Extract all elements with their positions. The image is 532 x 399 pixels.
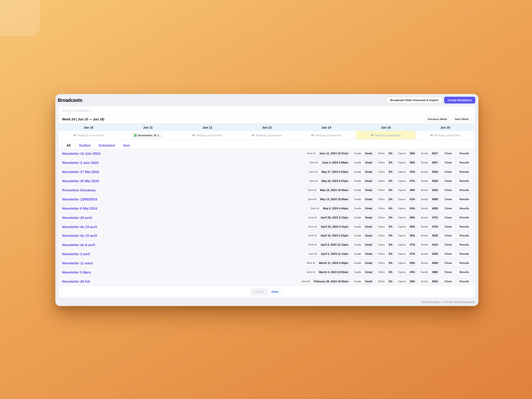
sends-value: 4753	[430, 224, 440, 229]
create-broadcast-button[interactable]: Create Broadcast	[444, 97, 475, 103]
opens-value: 54%	[408, 206, 417, 211]
clone-button[interactable]: Clone	[441, 169, 455, 175]
broadcast-name-link[interactable]: Newsletter du 23 avril	[62, 225, 97, 228]
newer-page-button[interactable]: Newer	[251, 289, 268, 295]
broadcast-name-link[interactable]: Newsletter 13/05/2024	[62, 197, 97, 201]
broadcast-name-link[interactable]: Newsletter 20 Mai 2024	[62, 179, 99, 183]
sent-at-label: Sent At	[305, 270, 317, 274]
scheduled-broadcast-chip[interactable]: ✓ Newsletter 10 J...	[132, 132, 164, 138]
sends-label: Sends	[419, 224, 430, 229]
clicks-label: Clicks	[376, 197, 386, 202]
sends-stat: Sends 4926	[418, 178, 440, 184]
calendar-day-cell[interactable]: Nothing scheduled	[356, 131, 416, 139]
grade-value: Great	[363, 215, 374, 220]
search-input[interactable]	[62, 109, 472, 112]
calendar-day-cell[interactable]: Nothing scheduled	[237, 131, 297, 139]
page-background: Broadcasts Broadcast Stats Overview & Ex…	[0, 0, 532, 399]
clone-button[interactable]: Clone	[441, 224, 455, 229]
grade-stat: Grade Great	[352, 270, 374, 275]
results-button[interactable]: Results	[456, 178, 472, 184]
broadcast-name-link[interactable]: Newsletter 10 Juin 2024	[62, 152, 100, 156]
grade-stat: Grade Great	[352, 224, 374, 229]
table-row: Newsletter du 8 avril Sent At April 8, 2…	[59, 241, 475, 250]
table-row: Newsletter 11 mars Sent At March 11, 202…	[59, 259, 475, 268]
broadcast-name-link[interactable]: Newsletter 29 avril	[62, 216, 92, 219]
tab-drafted[interactable]: Drafted	[75, 142, 95, 149]
opens-label: Opens	[396, 252, 408, 256]
broadcast-name-link[interactable]: Newsletter 5 Mars	[62, 270, 91, 274]
results-button[interactable]: Results	[456, 252, 472, 257]
results-button[interactable]: Results	[456, 270, 472, 275]
nothing-scheduled-label: Nothing scheduled	[77, 133, 103, 137]
broadcast-name-link[interactable]: Newsletter du 8 avril	[62, 243, 95, 247]
mailbox-icon	[192, 134, 195, 137]
broadcast-name-link[interactable]: Newsletter 3 Juin 2024	[62, 161, 99, 165]
calendar-day-cell[interactable]: Nothing scheduled	[177, 131, 237, 139]
clone-button[interactable]: Clone	[441, 215, 455, 220]
calendar-day-cell[interactable]: ✓ Newsletter 10 J...	[118, 131, 177, 139]
clone-button[interactable]: Clone	[441, 206, 455, 211]
broadcast-name-link[interactable]: Newsletter 27 Mai 2024	[62, 170, 99, 174]
clicks-stat: Clicks 2%	[376, 151, 395, 156]
mailbox-icon	[311, 134, 314, 137]
clone-button[interactable]: Clone	[441, 151, 455, 156]
sent-at-label: Sent At	[300, 279, 312, 284]
clone-button[interactable]: Clone	[441, 252, 455, 257]
row-stats: Sent At April 8, 2024 12:13pm Grade Grea…	[306, 242, 472, 247]
results-button[interactable]: Results	[456, 242, 472, 247]
broadcast-name-link[interactable]: Newsletter 11 mars	[62, 261, 93, 265]
broadcast-name-link[interactable]: Newsletter 6 Mai 2024	[62, 207, 97, 210]
grade-value: Great	[363, 188, 374, 192]
results-button[interactable]: Results	[456, 188, 472, 193]
opens-stat: Opens 40%	[396, 188, 417, 193]
opens-stat: Opens 38%	[396, 215, 417, 220]
broadcast-name-link[interactable]: Newsletter du 15 avril	[62, 234, 97, 238]
sent-at-stat: Sent At May 20, 2024 2:57pm	[307, 178, 350, 184]
results-button[interactable]: Results	[456, 160, 472, 165]
clone-button[interactable]: Clone	[441, 242, 455, 247]
broadcast-name-link[interactable]: Promotion Giveaway	[62, 188, 95, 192]
calendar-day-cell[interactable]: Nothing scheduled	[297, 131, 356, 139]
previous-week-button[interactable]: Previous Week	[425, 116, 450, 122]
results-button[interactable]: Results	[456, 197, 472, 202]
sends-label: Sends	[419, 206, 430, 211]
clone-button[interactable]: Clone	[441, 197, 455, 202]
grade-value: Great	[363, 179, 374, 183]
clicks-value: 3%	[386, 261, 394, 266]
broadcast-name-link[interactable]: Newsletter 26 feb	[62, 279, 90, 283]
sent-at-stat: Sent At March 11, 2024 3:44pm	[304, 261, 350, 266]
results-button[interactable]: Results	[456, 215, 472, 220]
clicks-stat: Clicks 3%	[376, 261, 395, 266]
clone-button[interactable]: Clone	[441, 160, 455, 165]
clone-button[interactable]: Clone	[441, 188, 455, 193]
calendar-day-cell[interactable]: Nothing scheduled	[416, 131, 475, 139]
clicks-value: 4%	[386, 270, 394, 274]
tab-all[interactable]: All	[62, 142, 75, 149]
older-page-button[interactable]: Older	[267, 289, 283, 295]
tab-sent[interactable]: Sent	[119, 142, 134, 149]
clone-button[interactable]: Clone	[441, 261, 455, 266]
stats-overview-export-button[interactable]: Broadcast Stats Overview & Export	[387, 97, 442, 103]
results-button[interactable]: Results	[456, 169, 472, 175]
clone-button[interactable]: Clone	[441, 270, 455, 275]
results-button[interactable]: Results	[456, 206, 472, 211]
clone-button[interactable]: Clone	[441, 233, 455, 238]
next-week-button[interactable]: Next Week	[452, 116, 472, 122]
sent-at-value: May 16, 2024 10:35am	[318, 188, 350, 192]
clone-button[interactable]: Clone	[441, 279, 455, 284]
results-button[interactable]: Results	[456, 224, 472, 229]
tab-scheduled[interactable]: Scheduled	[95, 142, 119, 149]
broadcast-name-link[interactable]: Newsletter 2 avril	[62, 252, 90, 256]
results-button[interactable]: Results	[456, 261, 472, 266]
results-button[interactable]: Results	[456, 279, 472, 284]
results-button[interactable]: Results	[456, 233, 472, 238]
clone-button[interactable]: Clone	[441, 178, 455, 184]
clicks-stat: Clicks 3%	[376, 160, 395, 165]
row-stats: Sent At March 5, 2024 10:52am Grade Grea…	[304, 270, 472, 275]
results-button[interactable]: Results	[456, 151, 472, 156]
table-row: Newsletter 2 avril Sent At April 2, 2024…	[59, 250, 475, 259]
opens-value: 45%	[408, 270, 417, 274]
grade-label: Grade	[352, 270, 363, 274]
clicks-stat: Clicks 4%	[376, 270, 395, 275]
calendar-day-cell[interactable]: Nothing scheduled	[59, 131, 118, 139]
